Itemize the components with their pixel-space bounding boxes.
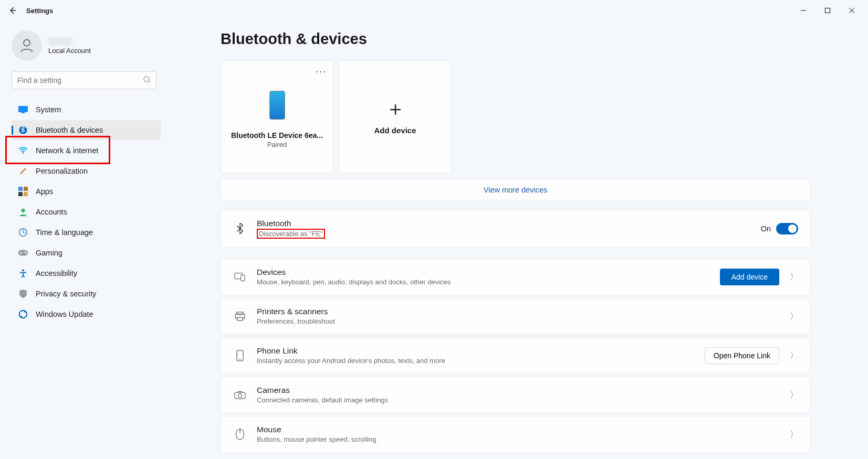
svg-point-24 [239, 359, 240, 360]
svg-point-11 [21, 209, 25, 212]
cameras-title: Cameras [257, 386, 781, 395]
close-button[interactable] [840, 2, 864, 19]
devices-card[interactable]: Devices Mouse, keyboard, pen, audio, dis… [221, 259, 810, 295]
svg-rect-7 [18, 187, 23, 191]
printers-title: Printers & scanners [257, 307, 781, 316]
nav-apps[interactable]: Apps [12, 182, 161, 201]
nav-label: Accessibility [36, 269, 77, 277]
open-phone-link-button[interactable]: Open Phone Link [705, 347, 779, 364]
cameras-card[interactable]: Cameras Connected cameras, default image… [221, 377, 810, 413]
svg-rect-3 [18, 106, 28, 112]
user-profile[interactable]: Local Account [7, 26, 161, 71]
search-container [12, 71, 156, 89]
phone-link-subtitle: Instantly access your Android device's p… [257, 357, 445, 365]
mouse-icon [233, 429, 247, 440]
nav-label: System [36, 105, 61, 114]
account-type-label: Local Account [48, 47, 91, 55]
bluetooth-toggle[interactable] [776, 223, 798, 234]
camera-icon [233, 391, 247, 399]
nav-label: Apps [36, 187, 53, 196]
device-name-label: Bluetooth LE Device 6ea... [231, 131, 323, 140]
person-icon [18, 37, 35, 54]
main-content: Bluetooth & devices ··· Bluetooth LE Dev… [168, 21, 868, 459]
display-icon [18, 104, 28, 115]
add-device-card[interactable]: ＋ Add device [339, 60, 452, 173]
update-icon [18, 309, 28, 319]
printer-icon [233, 312, 247, 321]
phone-icon [269, 91, 285, 120]
bluetooth-state-label: On [761, 225, 771, 233]
gamepad-icon [18, 248, 28, 258]
svg-rect-0 [825, 8, 830, 13]
back-button[interactable] [4, 2, 21, 19]
window-controls [791, 2, 864, 19]
svg-rect-13 [18, 250, 28, 256]
arrow-left-icon [8, 6, 17, 15]
nav-label: Accounts [36, 208, 67, 216]
nav-label: Privacy & security [36, 290, 96, 298]
svg-point-6 [23, 152, 24, 154]
search-input[interactable] [12, 71, 156, 89]
bluetooth-toggle-card: Bluetooth Discoverable as "FE" On [221, 210, 810, 248]
nav-bluetooth-devices[interactable]: Bluetooth & devices [12, 120, 161, 140]
view-more-devices-link[interactable]: View more devices [484, 186, 547, 194]
bluetooth-icon [233, 223, 247, 234]
wifi-icon [18, 145, 28, 156]
paired-device-card[interactable]: ··· Bluetooth LE Device 6ea... Paired [221, 60, 333, 173]
bluetooth-title: Bluetooth [257, 219, 761, 228]
chevron-right-icon: 〉 [790, 272, 798, 283]
maximize-button[interactable] [815, 2, 840, 19]
window-title: Settings [26, 7, 53, 15]
minimize-button[interactable] [791, 2, 815, 19]
nav-windows-update[interactable]: Windows Update [12, 304, 161, 324]
nav-gaming[interactable]: Gaming [12, 243, 161, 263]
add-device-card-label: Add device [374, 126, 416, 135]
search-icon [143, 76, 151, 86]
plus-icon: ＋ [385, 99, 405, 119]
svg-rect-22 [237, 317, 243, 321]
device-more-button[interactable]: ··· [316, 66, 327, 77]
nav-privacy[interactable]: Privacy & security [12, 284, 161, 304]
user-name-redacted [48, 37, 72, 46]
avatar [12, 30, 42, 61]
account-icon [18, 207, 28, 217]
nav-system[interactable]: System [12, 100, 161, 120]
svg-rect-4 [22, 112, 25, 113]
nav-accounts[interactable]: Accounts [12, 202, 161, 222]
nav-label: Time & language [36, 228, 93, 237]
devices-title: Devices [257, 268, 720, 277]
printers-card[interactable]: Printers & scanners Preferences, trouble… [221, 298, 810, 335]
sidebar: Local Account System Bluetooth & devices… [0, 21, 168, 459]
nav-personalization[interactable]: Personalization [12, 161, 161, 181]
chevron-right-icon: 〉 [790, 311, 798, 322]
svg-point-15 [25, 253, 26, 254]
nav-list: System Bluetooth & devices Network & int… [7, 100, 161, 324]
apps-icon [18, 186, 28, 197]
nav-time-language[interactable]: Time & language [12, 222, 161, 242]
globe-clock-icon [18, 227, 28, 238]
mouse-card[interactable]: Mouse Buttons, mouse pointer speed, scro… [221, 416, 810, 453]
nav-label: Windows Update [36, 310, 93, 318]
svg-rect-20 [237, 312, 243, 314]
device-card-row: ··· Bluetooth LE Device 6ea... Paired ＋ … [221, 60, 810, 173]
phone-link-card[interactable]: Phone Link Instantly access your Android… [221, 337, 810, 374]
nav-label: Gaming [36, 249, 62, 257]
view-more-devices-card[interactable]: View more devices [221, 179, 810, 200]
svg-rect-19 [241, 275, 245, 281]
bluetooth-subtitle: Discoverable as "FE" [257, 229, 325, 239]
nav-label: Personalization [36, 167, 88, 175]
nav-accessibility[interactable]: Accessibility [12, 263, 161, 283]
cameras-subtitle: Connected cameras, default image setting… [257, 396, 388, 404]
accessibility-icon [18, 268, 28, 279]
phone-link-title: Phone Link [257, 346, 705, 356]
mouse-title: Mouse [257, 425, 781, 434]
svg-point-2 [144, 77, 149, 82]
svg-point-5 [19, 126, 27, 134]
devices-icon [233, 272, 247, 282]
svg-point-14 [24, 251, 25, 252]
title-bar: Settings [0, 0, 868, 21]
add-device-button[interactable]: Add device [720, 269, 779, 285]
nav-network[interactable]: Network & internet [12, 141, 161, 161]
svg-rect-8 [24, 187, 28, 191]
chevron-right-icon: 〉 [790, 350, 798, 361]
